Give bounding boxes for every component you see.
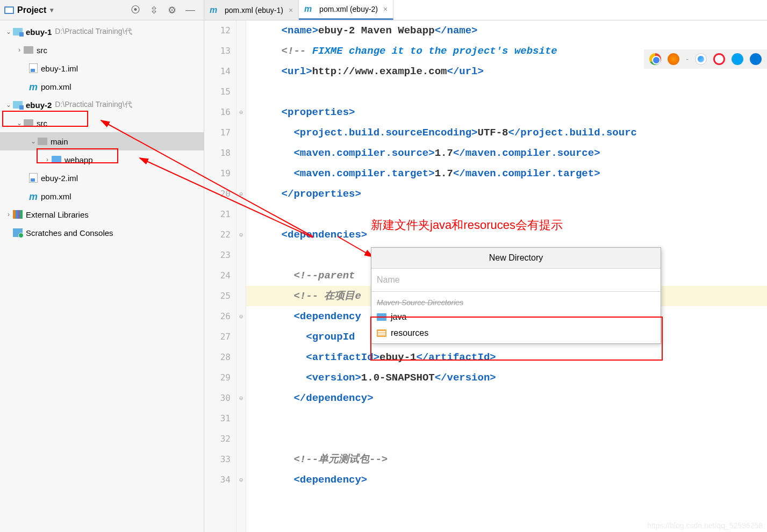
chevron-down-icon[interactable]: ⌄ [4,101,13,109]
node-path: D:\Practical Training\代 [55,27,132,37]
chevron-down-icon[interactable]: ⌄ [4,28,13,35]
tab-pom-ebuy2[interactable]: m pom.xml (ebuy-2) × [299,0,393,20]
fold-icon[interactable]: ⊖ [236,470,246,490]
chevron-right-icon[interactable]: › [43,156,52,163]
node-label: src [37,46,47,55]
node-label: pom.xml [41,192,71,201]
node-label: External Libraries [26,210,89,219]
project-title[interactable]: Project [17,5,46,15]
line-number: 33 [204,449,231,470]
fold-icon[interactable]: ⊖ [236,306,246,327]
editor-tabs: m pom.xml (ebuy-1) × m pom.xml (ebuy-2) … [204,0,767,20]
line-number: 19 [204,163,231,184]
tree-node-iml2[interactable]: ebuy-2.iml [0,169,204,187]
tree-node-scratches[interactable]: › Scratches and Consoles [0,224,204,242]
close-icon[interactable]: × [383,5,388,13]
settings-gear-icon[interactable]: ⚙ [165,3,179,17]
chevron-down-icon[interactable]: ⌄ [29,138,38,145]
tab-pom-ebuy1[interactable]: m pom.xml (ebuy-1) × [204,0,299,20]
fold-icon[interactable]: ⊖ [236,184,246,204]
line-number: 14 [204,61,231,82]
node-path: D:\Practical Training\代 [55,100,132,110]
suggestion-java[interactable]: java [371,309,661,325]
tree-node-pom2[interactable]: m pom.xml [0,187,204,205]
tree-node-main[interactable]: ⌄ main [0,132,204,150]
locate-icon[interactable]: ⦿ [128,3,142,17]
tree-node-src2[interactable]: ⌄ src [0,114,204,132]
resources-folder-icon [377,329,386,337]
folder-icon [24,119,33,127]
fold-icon[interactable]: ⊖ [236,102,246,123]
line-number: 16 [204,102,231,123]
project-view-icon [4,6,14,14]
tree-node-webapp[interactable]: › webapp [0,150,204,169]
collapse-all-icon[interactable]: ⇳ [147,3,161,17]
line-number: 22 [204,225,231,245]
suggestion-label: java [391,312,406,322]
line-number: 25 [204,286,231,306]
tree-node-iml1[interactable]: ebuy-1.iml [0,59,204,77]
dialog-title: New Directory [371,248,661,269]
chevron-right-icon[interactable]: › [15,46,24,54]
line-number: 31 [204,408,231,429]
tab-label: pom.xml (ebuy-1) [225,6,283,15]
opera-icon[interactable] [713,53,725,65]
module-icon [13,28,23,35]
line-number: 26 [204,306,231,327]
chevron-right-icon[interactable]: › [4,211,13,218]
node-label: webapp [64,155,93,164]
node-label: src [37,119,47,128]
fold-gutter: ⊖ ⊖ ⊖ ⊖ ⊖ ⊖ [236,20,246,532]
node-label: pom.xml [41,82,71,91]
chevron-down-icon[interactable]: ⌄ [15,119,24,127]
edge-icon[interactable] [750,53,762,65]
module-icon [13,101,23,109]
browser-icons-bar: - [644,49,767,69]
line-number: 30 [204,388,231,408]
tree-node-src1[interactable]: › src [0,41,204,59]
tree-node-ebuy2[interactable]: ⌄ ebuy-2 D:\Practical Training\代 [0,96,204,114]
source-folder-icon [377,313,386,321]
project-toolbar: Project ▼ ⦿ ⇳ ⚙ — [0,0,204,20]
line-number: 27 [204,327,231,347]
line-number: 18 [204,143,231,163]
safari-icon[interactable] [695,53,707,65]
tree-node-ebuy1[interactable]: ⌄ ebuy-1 D:\Practical Training\代 [0,23,204,41]
suggestion-section-header: Maven Source Directories [371,292,661,309]
line-number: 17 [204,123,231,143]
line-number: 34 [204,470,231,490]
line-number: 23 [204,245,231,265]
line-number: 15 [204,82,231,102]
tree-node-pom1[interactable]: m pom.xml [0,77,204,96]
hide-icon[interactable]: — [183,3,197,17]
maven-icon: m [29,191,39,201]
project-tree[interactable]: ⌄ ebuy-1 D:\Practical Training\代 › src e… [0,20,204,244]
ie-icon[interactable] [732,53,743,65]
line-number: 32 [204,429,231,449]
suggestion-resources[interactable]: resources [371,325,661,341]
suggestion-label: resources [391,328,428,338]
line-number: 20 [204,184,231,204]
maven-icon: m [29,82,39,91]
scratches-icon [13,228,23,237]
chevron-down-icon[interactable]: ▼ [48,6,55,14]
iml-file-icon [29,63,38,73]
maven-icon: m [210,5,219,15]
maven-icon: m [304,4,314,14]
close-icon[interactable]: × [289,6,293,15]
tree-node-external-libs[interactable]: › External Libraries [0,205,204,224]
line-number: 24 [204,265,231,286]
libraries-icon [13,210,23,219]
node-label: ebuy-1 [26,27,52,37]
dash-icon: - [686,55,689,63]
directory-name-input[interactable] [371,269,661,292]
suggestion-list: java resources [371,309,661,343]
watermark: https://blog.csdn.net/qq_52596258 [647,521,763,530]
firefox-icon[interactable] [668,53,679,65]
fold-icon[interactable]: ⊖ [236,388,246,408]
line-number: 12 [204,20,231,41]
chrome-icon[interactable] [649,53,661,65]
fold-icon[interactable]: ⊖ [236,225,246,245]
new-directory-dialog: New Directory Maven Source Directories j… [371,247,661,344]
tab-label: pom.xml (ebuy-2) [319,5,378,13]
